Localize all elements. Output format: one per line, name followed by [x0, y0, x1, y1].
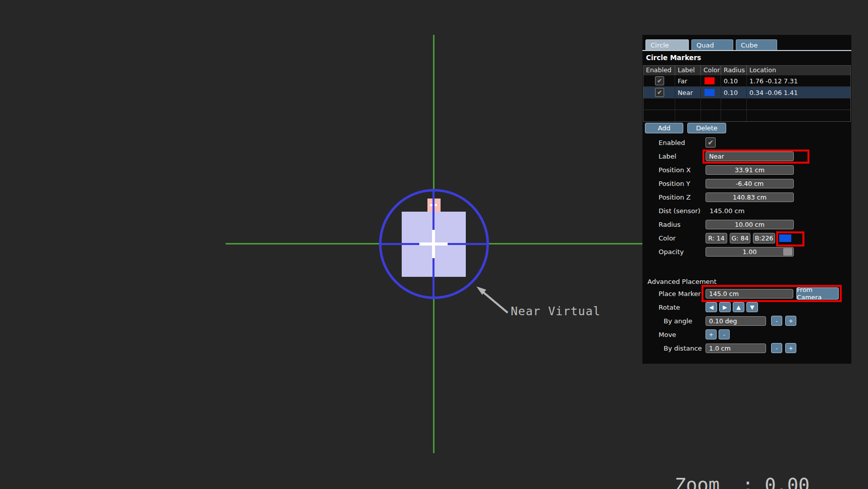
col-enabled: Enabled: [643, 66, 675, 75]
label-input[interactable]: Near: [706, 152, 794, 161]
table-row-near[interactable]: ✔ Near 0.10 0.34 -0.06 1.41: [643, 86, 850, 98]
rotate-row: Rotate ◀ ▶ ▲ ▼: [642, 302, 851, 312]
tab-circle[interactable]: Circle: [645, 39, 689, 50]
move-minus-button[interactable]: -: [719, 329, 730, 339]
center-cross-vertical: [432, 230, 435, 258]
row-enabled-checkbox[interactable]: ✔: [655, 76, 664, 85]
position-y-row: Position Y -6.40 cm: [642, 178, 851, 188]
label-row: Label Near: [642, 151, 851, 161]
row-radius: 0.10: [721, 87, 747, 98]
by-distance-row: By distance 1.0 cm - +: [642, 343, 851, 353]
opacity-slider-handle[interactable]: [783, 248, 792, 256]
triangle-up-icon: ▲: [736, 304, 740, 311]
position-x-label: Position X: [642, 166, 706, 174]
move-label: Move: [642, 331, 706, 338]
advanced-placement-title: Advanced Placement: [647, 278, 717, 285]
position-y-label: Position Y: [642, 180, 706, 187]
dist-sensor-value: 145.00 cm: [706, 207, 744, 215]
row-color-swatch[interactable]: [704, 77, 715, 84]
by-distance-label: By distance: [642, 345, 706, 352]
angle-minus-button[interactable]: -: [771, 316, 782, 326]
color-row: Color R: 14 G: 84 B:226: [642, 233, 851, 243]
color-r-field[interactable]: R: 14: [706, 233, 727, 243]
rotate-up-button[interactable]: ▲: [733, 302, 744, 312]
from-camera-button[interactable]: From Camera: [796, 287, 839, 300]
table-row-far[interactable]: ✔ Far 0.10 1.76 -0.12 7.31: [643, 75, 850, 86]
distance-plus-button[interactable]: +: [785, 343, 796, 353]
tab-divider: [642, 50, 851, 51]
by-angle-row: By angle 0.10 deg - +: [642, 316, 851, 326]
table-row-empty[interactable]: [643, 110, 850, 121]
dist-sensor-label: Dist (sensor): [642, 207, 706, 215]
marker-annotation-label: Near Virtual: [511, 305, 601, 318]
color-g-field[interactable]: G: 84: [730, 233, 750, 243]
add-button[interactable]: Add: [645, 123, 683, 133]
check-icon: ✔: [708, 138, 714, 146]
triangle-left-icon: ◀: [709, 304, 713, 311]
opacity-slider[interactable]: 1.00: [706, 247, 794, 257]
row-color-swatch[interactable]: [704, 89, 715, 96]
table-row-empty[interactable]: [643, 98, 850, 110]
by-distance-input[interactable]: 1.0 cm: [706, 344, 766, 353]
by-angle-input[interactable]: 0.10 deg: [706, 316, 766, 326]
opacity-label: Opacity: [642, 248, 706, 256]
enabled-row: Enabled ✔: [642, 137, 851, 148]
by-angle-label: By angle: [642, 317, 706, 325]
rotate-left-button[interactable]: ◀: [706, 302, 717, 312]
triangle-down-icon: ▼: [750, 304, 754, 311]
marker-panel: Circle Quad Cube Circle Markers Enabled …: [642, 35, 851, 364]
markers-table: Enabled Label Color Radius Location ✔ Fa…: [643, 65, 851, 122]
check-icon: ✔: [657, 77, 662, 84]
place-marker-label: Place Marker: [642, 290, 706, 298]
position-x-input[interactable]: 33.91 cm: [706, 165, 794, 175]
radius-input[interactable]: 10.00 cm: [706, 220, 794, 229]
check-icon: ✔: [657, 89, 662, 96]
rotate-down-button[interactable]: ▼: [746, 302, 758, 312]
tab-strip: Circle Quad Cube: [645, 39, 777, 51]
row-enabled-checkbox[interactable]: ✔: [655, 88, 664, 97]
color-label: Color: [642, 234, 706, 242]
row-label: Near: [675, 87, 701, 98]
position-z-input[interactable]: 140.83 cm: [706, 192, 794, 202]
panel-title: Circle Markers: [646, 54, 701, 62]
col-radius: Radius: [721, 66, 747, 75]
radius-row: Radius 10.00 cm: [642, 219, 851, 229]
position-x-row: Position X 33.91 cm: [642, 165, 851, 175]
radius-label: Radius: [642, 221, 706, 228]
position-y-input[interactable]: -6.40 cm: [706, 179, 794, 188]
enabled-checkbox[interactable]: ✔: [706, 137, 716, 148]
tab-cube[interactable]: Cube: [736, 39, 777, 50]
row-label: Far: [675, 75, 701, 86]
annotation-arrow-icon: [469, 280, 515, 318]
tab-quad[interactable]: Quad: [691, 39, 733, 50]
move-plus-button[interactable]: +: [706, 329, 717, 339]
rotate-right-button[interactable]: ▶: [719, 302, 731, 312]
opacity-row: Opacity 1.00: [642, 247, 851, 257]
label-label: Label: [642, 153, 706, 160]
osd-zoom-line: Zoom : 0.00: [675, 472, 809, 489]
rotate-label: Rotate: [642, 304, 706, 311]
position-z-label: Position Z: [642, 193, 706, 201]
color-b-field[interactable]: B:226: [753, 233, 775, 243]
table-header: Enabled Label Color Radius Location: [643, 66, 850, 75]
row-location: 0.34 -0.06 1.41: [747, 87, 850, 98]
col-label: Label: [675, 66, 701, 75]
opacity-value: 1.00: [743, 248, 757, 256]
place-marker-row: Place Marker 145.0 cm From Camera: [642, 288, 851, 299]
col-location: Location: [747, 66, 850, 75]
position-z-row: Position Z 140.83 cm: [642, 192, 851, 202]
row-location: 1.76 -0.12 7.31: [747, 75, 850, 86]
camera-osd: Zoom : 0.00 Focus : 0.95: [675, 421, 809, 489]
color-swatch[interactable]: [779, 234, 791, 242]
enabled-label: Enabled: [642, 139, 706, 146]
triangle-right-icon: ▶: [723, 304, 727, 311]
move-row: Move + -: [642, 329, 851, 339]
delete-button[interactable]: Delete: [687, 123, 726, 133]
distance-minus-button[interactable]: -: [771, 343, 782, 353]
angle-plus-button[interactable]: +: [785, 316, 796, 326]
dist-sensor-row: Dist (sensor) 145.00 cm: [642, 206, 851, 216]
place-marker-input[interactable]: 145.0 cm: [706, 289, 793, 299]
row-radius: 0.10: [721, 75, 747, 86]
col-color: Color: [701, 66, 721, 75]
